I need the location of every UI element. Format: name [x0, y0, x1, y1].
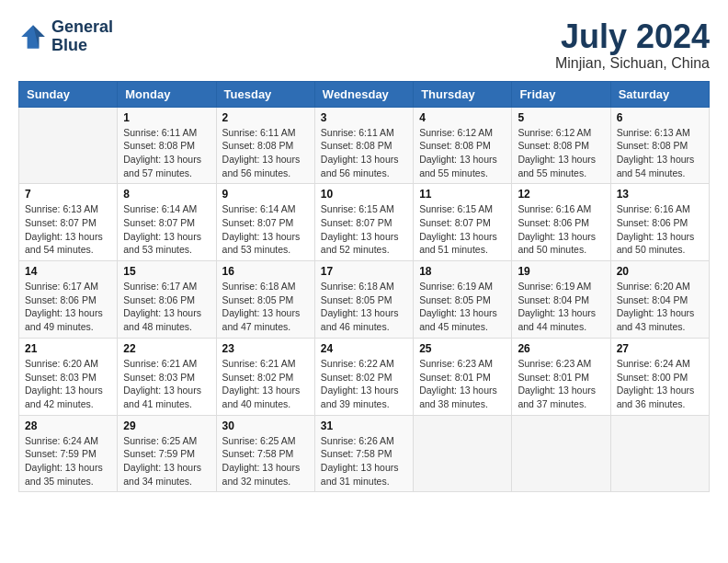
day-info: Sunrise: 6:18 AMSunset: 8:05 PMDaylight:…: [321, 280, 407, 334]
day-number: 25: [419, 342, 506, 355]
day-number: 20: [617, 265, 703, 278]
day-number: 8: [123, 188, 210, 201]
day-info: Sunrise: 6:15 AMSunset: 8:07 PMDaylight:…: [419, 202, 506, 257]
day-number: 15: [123, 265, 210, 278]
day-number: 12: [518, 188, 604, 201]
day-info: Sunrise: 6:14 AMSunset: 8:07 PMDaylight:…: [123, 202, 210, 257]
day-number: 2: [222, 111, 309, 124]
day-number: 11: [419, 188, 506, 201]
day-number: 29: [123, 419, 210, 432]
day-info: Sunrise: 6:20 AMSunset: 8:03 PMDaylight:…: [25, 357, 111, 411]
day-info: Sunrise: 6:24 AMSunset: 7:59 PMDaylight:…: [25, 434, 111, 488]
calendar-cell: 27Sunrise: 6:24 AMSunset: 8:00 PMDayligh…: [610, 338, 709, 415]
day-info: Sunrise: 6:24 AMSunset: 8:00 PMDaylight:…: [617, 357, 703, 411]
day-number: 22: [123, 342, 210, 355]
day-info: Sunrise: 6:13 AMSunset: 8:08 PMDaylight:…: [617, 126, 703, 180]
weekday-header-wednesday: Wednesday: [314, 81, 413, 107]
day-info: Sunrise: 6:26 AMSunset: 7:58 PMDaylight:…: [321, 434, 407, 488]
logo-icon: [18, 22, 48, 52]
calendar-cell: 19Sunrise: 6:19 AMSunset: 8:04 PMDayligh…: [512, 261, 610, 339]
day-number: 31: [321, 419, 407, 432]
day-number: 27: [617, 342, 703, 355]
calendar-cell: [610, 415, 709, 492]
day-number: 10: [321, 188, 407, 201]
calendar-cell: 15Sunrise: 6:17 AMSunset: 8:06 PMDayligh…: [118, 261, 216, 339]
calendar-cell: 20Sunrise: 6:20 AMSunset: 8:04 PMDayligh…: [610, 261, 709, 339]
calendar-cell: 2Sunrise: 6:11 AMSunset: 8:08 PMDaylight…: [216, 107, 314, 184]
day-info: Sunrise: 6:23 AMSunset: 8:01 PMDaylight:…: [518, 357, 604, 411]
calendar-cell: 18Sunrise: 6:19 AMSunset: 8:05 PMDayligh…: [414, 261, 512, 339]
day-number: 26: [518, 342, 604, 355]
day-info: Sunrise: 6:22 AMSunset: 8:02 PMDaylight:…: [321, 357, 407, 411]
day-info: Sunrise: 6:20 AMSunset: 8:04 PMDaylight:…: [617, 280, 703, 334]
calendar-week-row: 28Sunrise: 6:24 AMSunset: 7:59 PMDayligh…: [19, 415, 710, 492]
day-number: 1: [123, 111, 210, 124]
weekday-header-thursday: Thursday: [414, 81, 512, 107]
calendar-cell: 4Sunrise: 6:12 AMSunset: 8:08 PMDaylight…: [414, 107, 512, 184]
day-info: Sunrise: 6:12 AMSunset: 8:08 PMDaylight:…: [419, 126, 506, 180]
day-number: 24: [321, 342, 407, 355]
day-number: 13: [617, 188, 703, 201]
day-number: 30: [222, 419, 309, 432]
weekday-header-sunday: Sunday: [19, 81, 118, 107]
month-year-title: July 2024: [555, 18, 710, 55]
location-subtitle: Minjian, Sichuan, China: [555, 55, 710, 72]
day-info: Sunrise: 6:11 AMSunset: 8:08 PMDaylight:…: [222, 126, 309, 180]
day-info: Sunrise: 6:11 AMSunset: 8:08 PMDaylight:…: [321, 126, 407, 180]
day-info: Sunrise: 6:14 AMSunset: 8:07 PMDaylight:…: [222, 202, 309, 257]
calendar-cell: 12Sunrise: 6:16 AMSunset: 8:06 PMDayligh…: [512, 184, 610, 261]
weekday-header-row: SundayMondayTuesdayWednesdayThursdayFrid…: [19, 81, 710, 107]
calendar-cell: [414, 415, 512, 492]
calendar-cell: 23Sunrise: 6:21 AMSunset: 8:02 PMDayligh…: [216, 338, 314, 415]
day-info: Sunrise: 6:25 AMSunset: 7:59 PMDaylight:…: [123, 434, 210, 488]
day-number: 7: [25, 188, 111, 201]
calendar-cell: 1Sunrise: 6:11 AMSunset: 8:08 PMDaylight…: [118, 107, 216, 184]
day-number: 5: [518, 111, 604, 124]
day-number: 19: [518, 265, 604, 278]
calendar-cell: 6Sunrise: 6:13 AMSunset: 8:08 PMDaylight…: [610, 107, 709, 184]
day-info: Sunrise: 6:21 AMSunset: 8:02 PMDaylight:…: [222, 357, 309, 411]
calendar-cell: 17Sunrise: 6:18 AMSunset: 8:05 PMDayligh…: [314, 261, 413, 339]
calendar-week-row: 7Sunrise: 6:13 AMSunset: 8:07 PMDaylight…: [19, 184, 710, 261]
calendar-table: SundayMondayTuesdayWednesdayThursdayFrid…: [18, 81, 710, 493]
day-number: 6: [617, 111, 703, 124]
calendar-cell: 22Sunrise: 6:21 AMSunset: 8:03 PMDayligh…: [118, 338, 216, 415]
weekday-header-saturday: Saturday: [610, 81, 709, 107]
calendar-cell: 26Sunrise: 6:23 AMSunset: 8:01 PMDayligh…: [512, 338, 610, 415]
calendar-cell: 29Sunrise: 6:25 AMSunset: 7:59 PMDayligh…: [118, 415, 216, 492]
calendar-cell: 28Sunrise: 6:24 AMSunset: 7:59 PMDayligh…: [19, 415, 118, 492]
day-number: 14: [25, 265, 111, 278]
day-info: Sunrise: 6:11 AMSunset: 8:08 PMDaylight:…: [123, 126, 210, 180]
day-number: 18: [419, 265, 506, 278]
day-info: Sunrise: 6:16 AMSunset: 8:06 PMDaylight:…: [617, 202, 703, 257]
calendar-cell: 3Sunrise: 6:11 AMSunset: 8:08 PMDaylight…: [314, 107, 413, 184]
day-info: Sunrise: 6:17 AMSunset: 8:06 PMDaylight:…: [25, 280, 111, 334]
day-info: Sunrise: 6:19 AMSunset: 8:05 PMDaylight:…: [419, 280, 506, 334]
day-number: 28: [25, 419, 111, 432]
calendar-cell: [19, 107, 118, 184]
day-number: 16: [222, 265, 309, 278]
calendar-week-row: 14Sunrise: 6:17 AMSunset: 8:06 PMDayligh…: [19, 261, 710, 339]
calendar-cell: 10Sunrise: 6:15 AMSunset: 8:07 PMDayligh…: [314, 184, 413, 261]
calendar-cell: 21Sunrise: 6:20 AMSunset: 8:03 PMDayligh…: [19, 338, 118, 415]
calendar-cell: [512, 415, 610, 492]
weekday-header-friday: Friday: [512, 81, 610, 107]
logo-text: General Blue: [51, 18, 113, 55]
calendar-cell: 11Sunrise: 6:15 AMSunset: 8:07 PMDayligh…: [414, 184, 512, 261]
day-info: Sunrise: 6:21 AMSunset: 8:03 PMDaylight:…: [123, 357, 210, 411]
calendar-cell: 7Sunrise: 6:13 AMSunset: 8:07 PMDaylight…: [19, 184, 118, 261]
logo: General Blue: [18, 18, 113, 55]
page-header: General Blue July 2024 Minjian, Sichuan,…: [18, 18, 710, 72]
day-info: Sunrise: 6:23 AMSunset: 8:01 PMDaylight:…: [419, 357, 506, 411]
calendar-cell: 24Sunrise: 6:22 AMSunset: 8:02 PMDayligh…: [314, 338, 413, 415]
day-info: Sunrise: 6:17 AMSunset: 8:06 PMDaylight:…: [123, 280, 210, 334]
calendar-cell: 5Sunrise: 6:12 AMSunset: 8:08 PMDaylight…: [512, 107, 610, 184]
day-number: 3: [321, 111, 407, 124]
calendar-week-row: 21Sunrise: 6:20 AMSunset: 8:03 PMDayligh…: [19, 338, 710, 415]
calendar-cell: 14Sunrise: 6:17 AMSunset: 8:06 PMDayligh…: [19, 261, 118, 339]
calendar-cell: 30Sunrise: 6:25 AMSunset: 7:58 PMDayligh…: [216, 415, 314, 492]
day-number: 23: [222, 342, 309, 355]
calendar-cell: 16Sunrise: 6:18 AMSunset: 8:05 PMDayligh…: [216, 261, 314, 339]
calendar-cell: 31Sunrise: 6:26 AMSunset: 7:58 PMDayligh…: [314, 415, 413, 492]
day-number: 17: [321, 265, 407, 278]
